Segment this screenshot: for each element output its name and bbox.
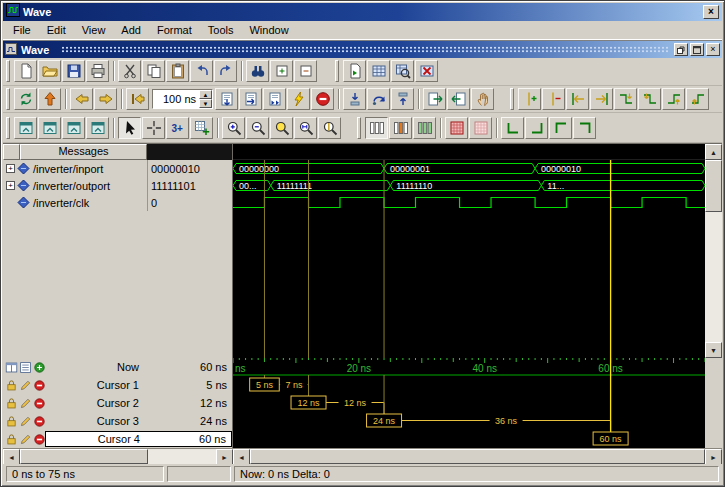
expand-toggle[interactable]: + [6,164,15,173]
wave-horizontal-scrollbar[interactable]: ◄ ► [233,449,722,465]
lock-cursor-button[interactable] [5,415,18,428]
wave-scroll-left-button[interactable]: ◄ [233,449,250,465]
zoom-range-button[interactable] [294,117,317,139]
inner-titlebar[interactable]: Wave × [3,41,722,58]
scroll-down-button[interactable]: ▼ [705,342,722,358]
edit-cursor-button[interactable] [19,433,32,446]
previous-transition-button[interactable] [566,88,589,110]
lock-cursor-button[interactable] [5,433,18,446]
titlebar-grip[interactable] [61,46,668,53]
names-scroll-right-button[interactable]: ► [216,449,233,465]
edit-cursor-button[interactable] [19,379,32,392]
add-to-list-button[interactable] [38,117,61,139]
insert-cursor-button[interactable] [518,88,541,110]
vertical-scroll-track[interactable] [705,160,722,342]
previous-falling-edge-button[interactable] [614,88,637,110]
toolbar-grip[interactable] [6,60,10,82]
show-readers-button[interactable] [447,88,470,110]
expand-toggle[interactable]: + [6,181,15,190]
timeline-canvas[interactable]: ns20 ns40 ns60 ns7 ns12 ns36 ns5 ns12 ns… [233,358,705,448]
cursor-row-body[interactable]: Cursor 324 ns [45,413,232,429]
step-into-button[interactable] [343,88,366,110]
cursor-name[interactable]: Cursor 3 [45,415,145,427]
next-falling-edge-button[interactable] [638,88,661,110]
collapse-hierarchy-button[interactable] [294,60,317,82]
pan-hand-button[interactable] [471,88,494,110]
restart-button[interactable] [126,88,149,110]
columns-default-button[interactable] [365,117,388,139]
names-scroll-track[interactable] [20,449,216,465]
collapse-time-right-button[interactable] [573,117,596,139]
copy-button[interactable] [142,60,165,82]
cursor-row[interactable]: Cursor 324 ns [3,412,232,430]
run-all-button[interactable] [263,88,286,110]
back-button[interactable] [70,88,93,110]
now-row[interactable]: Now60 ns [3,358,232,376]
environment-up-button[interactable] [38,88,61,110]
compile-all-button[interactable] [367,60,390,82]
forward-button[interactable] [94,88,117,110]
show-drivers-button[interactable] [423,88,446,110]
run-length-stepper[interactable]: 100 ns▲▼ [152,89,213,109]
window-titlebar[interactable]: Wave × [3,3,722,21]
names-scroll-left-button[interactable]: ◄ [3,449,20,465]
select-mode-button[interactable] [118,117,141,139]
header-blank-cell[interactable] [3,144,20,160]
columns-green-button[interactable] [413,117,436,139]
waveform-pane[interactable]: 00000000000000010000001000...11111111111… [233,144,705,358]
zoom-in-button[interactable] [222,117,245,139]
scroll-up-button[interactable]: ▲ [705,144,722,160]
previous-rising-edge-button[interactable] [662,88,685,110]
cursor-row[interactable]: Cursor 460 ns [3,430,232,448]
menu-window[interactable]: Window [241,22,296,39]
compare-red-button[interactable] [445,117,468,139]
cursor-row-body[interactable]: Now60 ns [45,359,232,375]
edit-cursor-button[interactable] [19,415,32,428]
wave-scroll-right-button[interactable]: ► [705,449,722,465]
cursor-row-body[interactable]: Cursor 212 ns [45,395,232,411]
refresh-button[interactable] [14,88,37,110]
cursor-row-body[interactable]: Cursor 460 ns [45,431,232,447]
new-file-button[interactable] [14,60,37,82]
zoom-full-button[interactable] [270,117,293,139]
toolbar-grip[interactable] [6,117,10,139]
add-to-log-button[interactable] [62,117,85,139]
maximize-button[interactable] [690,43,704,56]
run-button[interactable] [215,88,238,110]
virtual-signal-button[interactable] [190,117,213,139]
menu-tools[interactable]: Tools [200,22,242,39]
close-button[interactable]: × [703,5,719,19]
redo-button[interactable] [214,60,237,82]
toolbar-grip[interactable] [335,60,339,82]
stop-button[interactable] [311,88,334,110]
undock-button[interactable] [674,43,688,56]
combine-signals-button[interactable]: 3+ [166,117,189,139]
zoom-cursor-button[interactable] [318,117,341,139]
lock-cursor-button[interactable] [5,397,18,410]
edit-mode-button[interactable] [142,117,165,139]
find-button[interactable] [246,60,269,82]
cursor-row[interactable]: Cursor 212 ns [3,394,232,412]
signal-name-cell[interactable]: +/inverter/inport [3,160,147,177]
collapse-time-left-button[interactable] [549,117,572,139]
cut-button[interactable] [118,60,141,82]
vertical-scrollbar[interactable]: ▲ ▼ [705,144,722,358]
next-rising-edge-button[interactable] [686,88,709,110]
lock-cursor-button[interactable] [5,379,18,392]
cursor-name[interactable]: Cursor 1 [45,379,145,391]
messages-column-header[interactable]: Messages [20,144,147,160]
spin-up-button[interactable]: ▲ [199,90,212,99]
toolbar-grip[interactable] [510,88,514,110]
panes-button[interactable] [5,361,18,374]
print-button[interactable] [86,60,109,82]
compile-button[interactable] [343,60,366,82]
next-transition-button[interactable] [590,88,613,110]
list-view-button[interactable] [19,361,32,374]
signal-row[interactable]: +/inverter/outport11111101 [3,177,232,194]
paste-button[interactable] [166,60,189,82]
continue-run-button[interactable] [239,88,262,110]
run-length-value[interactable]: 100 ns [153,90,199,108]
waveform-canvas[interactable]: 00000000000000010000001000...11111111111… [233,160,705,358]
menu-add[interactable]: Add [113,22,149,39]
cursor-row[interactable]: Cursor 15 ns [3,376,232,394]
